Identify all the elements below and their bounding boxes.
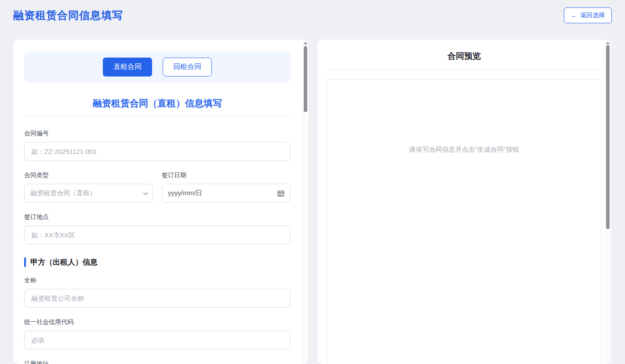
- party-a-credit-code-label: 统一社会信用代码: [24, 318, 291, 326]
- party-a-name-field: 全称: [24, 277, 291, 308]
- sign-place-input[interactable]: [24, 226, 291, 244]
- preview-divider: [327, 69, 601, 70]
- contract-mode-toggle: 直租合同 回租合同: [24, 51, 291, 83]
- page-title: 融资租赁合同信息填写: [13, 8, 123, 22]
- calendar-icon: [277, 190, 284, 197]
- sign-date-label: 签订日期: [162, 171, 291, 179]
- form-scrollbar-thumb[interactable]: [304, 46, 307, 112]
- sign-date-field: 签订日期 yyyy/mm/日: [162, 171, 291, 203]
- sign-place-field: 签订地点: [24, 213, 291, 244]
- form-heading: 融资租赁合同（直租）信息填写: [24, 97, 291, 116]
- preview-content: 合同预览 请填写合同信息并点击"生成合同"按钮: [317, 40, 611, 364]
- contract-no-label: 合同编号: [24, 130, 291, 138]
- contract-type-field: 合同类型 融资租赁合同（直租）: [24, 171, 153, 203]
- type-date-row: 合同类型 融资租赁合同（直租） 签订日期 yyyy/mm/日: [24, 171, 291, 203]
- party-a-credit-code-field: 统一社会信用代码: [24, 318, 291, 349]
- sign-date-value: yyyy/mm/日: [168, 189, 202, 197]
- contract-form: 直租合同 回租合同 融资租赁合同（直租）信息填写 合同编号 合同类型 融资租赁合…: [13, 40, 309, 364]
- party-a-name-label: 全称: [24, 277, 291, 284]
- sign-date-input[interactable]: yyyy/mm/日: [162, 184, 291, 203]
- contract-no-input[interactable]: [24, 142, 291, 161]
- preview-box: 请填写合同信息并点击"生成合同"按钮: [327, 79, 601, 364]
- main-content: 直租合同 回租合同 融资租赁合同（直租）信息填写 合同编号 合同类型 融资租赁合…: [0, 31, 625, 364]
- preview-empty-message: 请填写合同信息并点击"生成合同"按钮: [327, 80, 601, 154]
- party-a-section-header: 甲方（出租人）信息: [24, 258, 291, 267]
- preview-scrollbar-thumb[interactable]: [606, 45, 610, 229]
- preview-heading: 合同预览: [327, 51, 601, 62]
- sign-place-label: 签订地点: [24, 213, 291, 221]
- contract-type-label: 合同类型: [24, 171, 153, 179]
- party-a-reg-address-field: 注册地址: [24, 360, 291, 364]
- direct-lease-tab[interactable]: 直租合同: [103, 58, 152, 76]
- back-button[interactable]: ← 返回选择: [564, 7, 612, 23]
- scroll-up-arrow-icon[interactable]: [304, 42, 307, 44]
- party-a-reg-address-label: 注册地址: [24, 360, 291, 364]
- back-arrow-icon: ←: [571, 12, 577, 19]
- party-a-credit-code-input[interactable]: [24, 331, 291, 349]
- page-header: 融资租赁合同信息填写 ← 返回选择: [0, 0, 625, 31]
- contract-form-panel: 直租合同 回租合同 融资租赁合同（直租）信息填写 合同编号 合同类型 融资租赁合…: [13, 40, 309, 364]
- contract-type-value: 融资租赁合同（直租）: [30, 189, 96, 197]
- scroll-up-arrow-icon[interactable]: [606, 42, 610, 44]
- contract-preview-panel: 合同预览 请填写合同信息并点击"生成合同"按钮: [317, 40, 611, 364]
- form-body: 合同编号 合同类型 融资租赁合同（直租） 签订日期 yyyy/: [24, 130, 291, 364]
- leaseback-tab[interactable]: 回租合同: [163, 58, 212, 76]
- party-a-name-input[interactable]: [24, 289, 291, 308]
- preview-scrollbar[interactable]: [605, 40, 611, 364]
- contract-type-select[interactable]: 融资租赁合同（直租）: [24, 184, 153, 203]
- contract-no-field: 合同编号: [24, 130, 291, 161]
- back-button-label: 返回选择: [580, 11, 605, 19]
- form-scrollbar[interactable]: [302, 40, 309, 364]
- chevron-down-icon: [143, 190, 148, 195]
